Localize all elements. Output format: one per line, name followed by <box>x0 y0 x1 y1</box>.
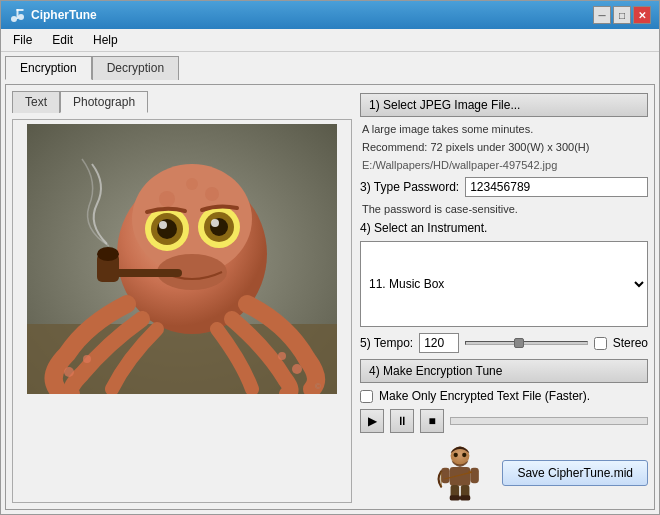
svg-point-29 <box>454 453 458 457</box>
menu-help[interactable]: Help <box>85 31 126 49</box>
svg-rect-33 <box>471 468 480 483</box>
info-line2: Recommend: 72 pixels under 300(W) x 300(… <box>360 141 648 153</box>
file-path: E:/Wallpapers/HD/wallpaper-497542.jpg <box>360 159 648 171</box>
svg-point-17 <box>159 221 167 229</box>
pause-button[interactable]: ⏸ <box>390 409 414 433</box>
progress-bar[interactable] <box>450 417 648 425</box>
tempo-input[interactable] <box>419 333 459 353</box>
svg-point-15 <box>157 219 177 239</box>
svg-point-30 <box>463 453 467 457</box>
select-jpeg-button[interactable]: 1) Select JPEG Image File... <box>360 93 648 117</box>
stop-button[interactable]: ■ <box>420 409 444 433</box>
svg-point-22 <box>97 247 119 261</box>
password-hint: The password is case-sensitive. <box>360 203 648 215</box>
svg-point-25 <box>292 364 302 374</box>
svg-point-1 <box>18 14 24 20</box>
title-bar: CipherTune ─ □ ✕ <box>1 1 659 29</box>
close-button[interactable]: ✕ <box>633 6 651 24</box>
password-label: 3) Type Password: <box>360 180 459 194</box>
tempo-label: 5) Tempo: <box>360 336 413 350</box>
menu-bar: File Edit Help <box>1 29 659 52</box>
playback-row: ▶ ⏸ ■ <box>360 409 648 433</box>
top-tabs: Encryption Decryption <box>5 56 655 80</box>
encrypt-only-row: Make Only Encrypted Text File (Faster). <box>360 389 648 403</box>
svg-point-8 <box>159 191 175 207</box>
tempo-row: 5) Tempo: Stereo <box>360 333 648 353</box>
left-panel: Text Photograph <box>12 91 352 503</box>
title-bar-controls: ─ □ ✕ <box>593 6 651 24</box>
bottom-section: Save CipherTune.mid <box>360 443 648 503</box>
sub-tabs: Text Photograph <box>12 91 352 113</box>
title-bar-left: CipherTune <box>9 7 97 23</box>
title-text: CipherTune <box>31 8 97 22</box>
svg-point-9 <box>205 187 219 201</box>
subtab-photograph[interactable]: Photograph <box>60 91 148 113</box>
make-encryption-button[interactable]: 4) Make Encryption Tune <box>360 359 648 383</box>
minimize-button[interactable]: ─ <box>593 6 611 24</box>
octopus-image: © <box>27 124 337 394</box>
stereo-checkbox[interactable] <box>594 337 607 350</box>
svg-rect-39 <box>450 495 460 500</box>
svg-text:©: © <box>315 382 321 391</box>
play-icon: ▶ <box>368 414 377 428</box>
save-ciphertune-button[interactable]: Save CipherTune.mid <box>502 460 648 486</box>
photo-container: © <box>27 124 337 394</box>
password-input[interactable] <box>465 177 648 197</box>
encrypt-only-label: Make Only Encrypted Text File (Faster). <box>379 389 590 403</box>
pause-icon: ⏸ <box>396 414 408 428</box>
svg-point-18 <box>211 219 219 227</box>
encrypt-only-checkbox[interactable] <box>360 390 373 403</box>
tempo-slider[interactable] <box>465 341 588 345</box>
menu-edit[interactable]: Edit <box>44 31 81 49</box>
main-window: CipherTune ─ □ ✕ File Edit Help Encrypti… <box>0 0 660 515</box>
stop-icon: ■ <box>428 414 435 428</box>
tab-decryption[interactable]: Decryption <box>92 56 179 80</box>
app-icon <box>9 7 25 23</box>
maximize-button[interactable]: □ <box>613 6 631 24</box>
right-panel: 1) Select JPEG Image File... A large ima… <box>360 91 648 503</box>
svg-point-0 <box>11 16 17 22</box>
password-row: 3) Type Password: <box>360 177 648 197</box>
menu-file[interactable]: File <box>5 31 40 49</box>
instrument-select[interactable]: 11. Music Box 1. Piano 2. Bright Acousti… <box>360 241 648 327</box>
tab-encryption[interactable]: Encryption <box>5 56 92 80</box>
character-sprite <box>430 443 490 503</box>
svg-point-10 <box>186 178 198 190</box>
content-area: Text Photograph <box>5 84 655 510</box>
svg-rect-3 <box>17 9 24 11</box>
svg-rect-32 <box>442 468 451 483</box>
svg-point-26 <box>278 352 286 360</box>
stereo-label: Stereo <box>613 336 648 350</box>
svg-point-23 <box>64 367 74 377</box>
svg-point-24 <box>83 355 91 363</box>
subtab-text[interactable]: Text <box>12 91 60 113</box>
instrument-section-label: 4) Select an Instrument. <box>360 221 648 235</box>
info-line1: A large image takes some minutes. <box>360 123 648 135</box>
tempo-slider-thumb <box>514 338 524 348</box>
play-button[interactable]: ▶ <box>360 409 384 433</box>
photo-content-area: © <box>12 119 352 503</box>
main-content: Encryption Decryption Text Photograph <box>1 52 659 514</box>
svg-rect-40 <box>460 495 470 500</box>
